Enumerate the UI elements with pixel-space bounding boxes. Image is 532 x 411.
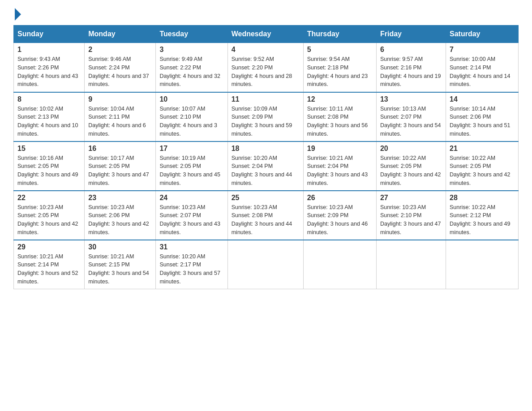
day-info: Sunrise: 10:14 AMSunset: 2:06 PMDaylight…: [450, 106, 511, 137]
logo-arrow-icon: [15, 8, 21, 21]
day-number: 11: [232, 95, 300, 103]
calendar-cell: 4 Sunrise: 9:52 AMSunset: 2:20 PMDayligh…: [227, 43, 303, 92]
column-header-sunday: Sunday: [14, 26, 85, 43]
column-header-friday: Friday: [376, 26, 446, 43]
logo: [13, 9, 21, 21]
day-info: Sunrise: 10:22 AMSunset: 2:12 PMDaylight…: [450, 204, 511, 235]
calendar-week-row: 22 Sunrise: 10:23 AMSunset: 2:05 PMDayli…: [14, 191, 519, 240]
day-number: 23: [88, 194, 152, 202]
calendar-cell: 8 Sunrise: 10:02 AMSunset: 2:13 PMDaylig…: [14, 92, 85, 141]
day-info: Sunrise: 10:22 AMSunset: 2:05 PMDaylight…: [380, 155, 441, 186]
calendar-cell: 15 Sunrise: 10:16 AMSunset: 2:05 PMDayli…: [14, 141, 85, 191]
day-number: 24: [159, 194, 223, 202]
calendar-cell: 20 Sunrise: 10:22 AMSunset: 2:05 PMDayli…: [376, 141, 446, 191]
day-info: Sunrise: 10:02 AMSunset: 2:13 PMDaylight…: [17, 106, 78, 137]
page-header: [13, 9, 519, 21]
calendar-cell: 13 Sunrise: 10:13 AMSunset: 2:07 PMDayli…: [376, 92, 446, 141]
calendar-cell: 10 Sunrise: 10:07 AMSunset: 2:10 PMDayli…: [156, 92, 227, 141]
calendar-cell: 24 Sunrise: 10:23 AMSunset: 2:07 PMDayli…: [156, 191, 227, 240]
calendar-week-row: 29 Sunrise: 10:21 AMSunset: 2:14 PMDayli…: [14, 240, 519, 289]
day-number: 30: [88, 243, 152, 251]
day-number: 17: [159, 145, 223, 153]
calendar-week-row: 8 Sunrise: 10:02 AMSunset: 2:13 PMDaylig…: [14, 92, 519, 141]
day-info: Sunrise: 9:52 AMSunset: 2:20 PMDaylight:…: [232, 56, 292, 87]
calendar-cell: 18 Sunrise: 10:20 AMSunset: 2:04 PMDayli…: [227, 141, 303, 191]
calendar-cell: 12 Sunrise: 10:11 AMSunset: 2:08 PMDayli…: [303, 92, 376, 141]
day-number: 21: [450, 145, 515, 153]
calendar-cell: 31 Sunrise: 10:20 AMSunset: 2:17 PMDayli…: [156, 240, 227, 289]
day-number: 3: [159, 46, 223, 54]
day-info: Sunrise: 10:09 AMSunset: 2:09 PMDaylight…: [232, 106, 292, 137]
day-number: 19: [307, 145, 373, 153]
day-number: 12: [307, 95, 373, 103]
calendar-cell: 22 Sunrise: 10:23 AMSunset: 2:05 PMDayli…: [14, 191, 85, 240]
day-info: Sunrise: 10:13 AMSunset: 2:07 PMDaylight…: [380, 106, 441, 137]
day-number: 25: [232, 194, 300, 202]
day-info: Sunrise: 10:23 AMSunset: 2:08 PMDaylight…: [232, 204, 292, 235]
calendar-cell: 26 Sunrise: 10:23 AMSunset: 2:09 PMDayli…: [303, 191, 376, 240]
calendar-cell: 9 Sunrise: 10:04 AMSunset: 2:11 PMDaylig…: [85, 92, 156, 141]
day-info: Sunrise: 10:23 AMSunset: 2:06 PMDaylight…: [88, 204, 149, 235]
day-info: Sunrise: 10:20 AMSunset: 2:17 PMDaylight…: [159, 253, 220, 285]
calendar-cell: 2 Sunrise: 9:46 AMSunset: 2:24 PMDayligh…: [85, 43, 156, 92]
day-info: Sunrise: 10:21 AMSunset: 2:04 PMDaylight…: [307, 155, 368, 186]
column-header-saturday: Saturday: [446, 26, 518, 43]
calendar-cell: 17 Sunrise: 10:19 AMSunset: 2:05 PMDayli…: [156, 141, 227, 191]
day-number: 10: [159, 95, 223, 103]
calendar-cell: [376, 240, 446, 289]
day-number: 22: [17, 194, 81, 202]
calendar-cell: 11 Sunrise: 10:09 AMSunset: 2:09 PMDayli…: [227, 92, 303, 141]
day-number: 7: [450, 46, 515, 54]
day-info: Sunrise: 10:17 AMSunset: 2:05 PMDaylight…: [88, 155, 149, 186]
day-number: 2: [88, 46, 152, 54]
day-info: Sunrise: 10:23 AMSunset: 2:05 PMDaylight…: [17, 204, 78, 235]
day-info: Sunrise: 10:23 AMSunset: 2:09 PMDaylight…: [307, 204, 368, 235]
day-info: Sunrise: 10:11 AMSunset: 2:08 PMDaylight…: [307, 106, 368, 137]
day-info: Sunrise: 10:16 AMSunset: 2:05 PMDaylight…: [17, 155, 78, 186]
day-number: 14: [450, 95, 515, 103]
calendar-cell: 23 Sunrise: 10:23 AMSunset: 2:06 PMDayli…: [85, 191, 156, 240]
calendar-cell: 19 Sunrise: 10:21 AMSunset: 2:04 PMDayli…: [303, 141, 376, 191]
calendar-cell: 3 Sunrise: 9:49 AMSunset: 2:22 PMDayligh…: [156, 43, 227, 92]
day-info: Sunrise: 9:57 AMSunset: 2:16 PMDaylight:…: [380, 56, 441, 87]
day-number: 18: [232, 145, 300, 153]
calendar-cell: 1 Sunrise: 9:43 AMSunset: 2:26 PMDayligh…: [14, 43, 85, 92]
day-number: 13: [380, 95, 442, 103]
calendar-cell: 28 Sunrise: 10:22 AMSunset: 2:12 PMDayli…: [446, 191, 518, 240]
calendar-cell: 29 Sunrise: 10:21 AMSunset: 2:14 PMDayli…: [14, 240, 85, 289]
column-header-monday: Monday: [85, 26, 156, 43]
day-info: Sunrise: 10:23 AMSunset: 2:10 PMDaylight…: [380, 204, 441, 235]
day-number: 15: [17, 145, 81, 153]
day-number: 4: [232, 46, 300, 54]
calendar-cell: 7 Sunrise: 10:00 AMSunset: 2:14 PMDaylig…: [446, 43, 518, 92]
day-info: Sunrise: 10:20 AMSunset: 2:04 PMDaylight…: [232, 155, 292, 186]
day-info: Sunrise: 9:43 AMSunset: 2:26 PMDaylight:…: [17, 56, 78, 87]
column-header-tuesday: Tuesday: [156, 26, 227, 43]
day-number: 20: [380, 145, 442, 153]
day-number: 29: [17, 243, 81, 251]
calendar-cell: 5 Sunrise: 9:54 AMSunset: 2:18 PMDayligh…: [303, 43, 376, 92]
calendar-week-row: 1 Sunrise: 9:43 AMSunset: 2:26 PMDayligh…: [14, 43, 519, 92]
day-info: Sunrise: 9:46 AMSunset: 2:24 PMDaylight:…: [88, 56, 149, 87]
day-info: Sunrise: 9:54 AMSunset: 2:18 PMDaylight:…: [307, 56, 368, 87]
column-header-thursday: Thursday: [303, 26, 376, 43]
day-number: 8: [17, 95, 81, 103]
day-number: 16: [88, 145, 152, 153]
day-info: Sunrise: 10:04 AMSunset: 2:11 PMDaylight…: [88, 106, 146, 137]
day-number: 26: [307, 194, 373, 202]
calendar-cell: 16 Sunrise: 10:17 AMSunset: 2:05 PMDayli…: [85, 141, 156, 191]
day-number: 9: [88, 95, 152, 103]
day-number: 28: [450, 194, 515, 202]
day-number: 6: [380, 46, 442, 54]
calendar-cell: 6 Sunrise: 9:57 AMSunset: 2:16 PMDayligh…: [376, 43, 446, 92]
day-info: Sunrise: 10:21 AMSunset: 2:15 PMDaylight…: [88, 253, 149, 285]
calendar-cell: 30 Sunrise: 10:21 AMSunset: 2:15 PMDayli…: [85, 240, 156, 289]
day-info: Sunrise: 10:23 AMSunset: 2:07 PMDaylight…: [159, 204, 220, 235]
day-info: Sunrise: 9:49 AMSunset: 2:22 PMDaylight:…: [159, 56, 220, 87]
calendar-cell: 27 Sunrise: 10:23 AMSunset: 2:10 PMDayli…: [376, 191, 446, 240]
calendar-table: SundayMondayTuesdayWednesdayThursdayFrid…: [13, 25, 519, 289]
calendar-cell: [227, 240, 303, 289]
day-number: 1: [17, 46, 81, 54]
calendar-cell: [303, 240, 376, 289]
day-number: 31: [159, 243, 223, 251]
